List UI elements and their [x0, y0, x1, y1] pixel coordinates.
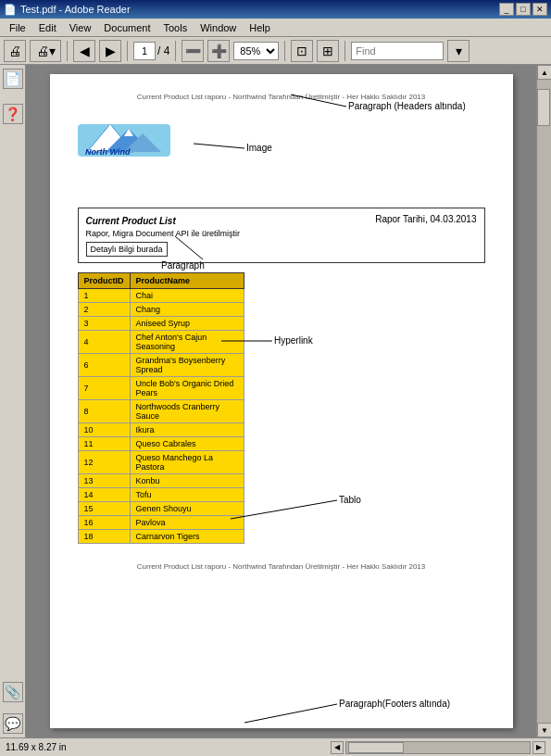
paragraph-space — [78, 170, 485, 208]
table-cell-id: 18 — [78, 530, 130, 544]
info-box: Current Product List Rapor Tarihi, 04.03… — [78, 208, 485, 263]
table-row: 14Tofu — [78, 488, 244, 502]
separator-3 — [175, 41, 176, 61]
menu-document[interactable]: Document — [98, 20, 156, 35]
menu-window[interactable]: Window — [194, 20, 242, 35]
hand-tool-button[interactable]: 📄 — [3, 69, 23, 89]
table-row: 13Konbu — [78, 474, 244, 488]
scroll-h-thumb[interactable] — [348, 742, 404, 753]
menu-tools[interactable]: Tools — [158, 20, 194, 35]
info-box-date: Rapor Tarihi, 04.03.2013 — [375, 214, 476, 224]
table-row: 11Queso Cabrales — [78, 437, 244, 451]
menu-help[interactable]: Help — [244, 20, 276, 35]
table-cell-name: Chai — [130, 289, 244, 303]
attach-button[interactable]: 📎 — [3, 682, 23, 702]
forward-button[interactable]: ▶ — [99, 40, 121, 62]
scroll-up-button[interactable]: ▲ — [537, 65, 551, 80]
table-row: 15Genen Shouyu — [78, 502, 244, 516]
minimize-button[interactable]: _ — [499, 3, 514, 16]
table-row: 6Grandma's Boysenberry Spread — [78, 354, 244, 377]
info-box-header: Current Product List Rapor Tarihi, 04.03… — [86, 214, 477, 227]
page-size: 11.69 x 8.27 in — [6, 742, 323, 752]
table-row: 18Carnarvon Tigers — [78, 530, 244, 544]
table-cell-id: 7 — [78, 377, 130, 400]
scroll-down-button[interactable]: ▼ — [537, 723, 551, 737]
right-scrollbar: ▲ ▼ — [536, 65, 551, 737]
northwind-logo: North Wind — [78, 110, 170, 157]
table-cell-id: 14 — [78, 488, 130, 502]
hyperlink-detail[interactable]: Detaylı Bilgi burada — [86, 242, 168, 257]
table-row: 7Uncle Bob's Organic Dried Pears — [78, 377, 244, 400]
fit-width-button[interactable]: ⊞ — [317, 40, 339, 62]
toolbar: 🖨 🖨▾ ◀ ▶ / 4 ➖ ➕ 85% ⊡ ⊞ ▾ — [0, 37, 551, 65]
title-bar-left: 📄 Test.pdf - Adobe Reader — [4, 4, 131, 16]
zoom-in-button[interactable]: ➕ — [207, 40, 230, 62]
table-row: 8Northwoods Cranberry Sauce — [78, 400, 244, 423]
table-cell-id: 2 — [78, 303, 130, 317]
table-header-productname: ProductName — [130, 273, 244, 289]
find-input[interactable] — [351, 42, 444, 60]
table-row: 3Aniseed Syrup — [78, 317, 244, 331]
table-cell-name: Konbu — [130, 474, 244, 488]
fit-page-button[interactable]: ⊡ — [291, 40, 313, 62]
table-cell-name: Chang — [130, 303, 244, 317]
table-cell-id: 13 — [78, 474, 130, 488]
maximize-button[interactable]: □ — [516, 3, 531, 16]
svg-line-8 — [231, 500, 337, 519]
table-row: 1Chai — [78, 289, 244, 303]
table-row: 10Ikura — [78, 423, 244, 437]
table-cell-id: 15 — [78, 502, 130, 516]
back-button[interactable]: ◀ — [73, 40, 95, 62]
pdf-footer-text: Current Product List raporu - Northwind … — [78, 562, 485, 571]
table-row: 2Chang — [78, 303, 244, 317]
menu-file[interactable]: File — [4, 20, 31, 35]
logo-area: North Wind — [78, 110, 485, 157]
svg-text:Hyperlink: Hyperlink — [274, 335, 314, 346]
page-separator: / 4 — [157, 44, 169, 57]
scroll-thumb[interactable] — [537, 89, 550, 126]
comment-button[interactable]: 💬 — [3, 713, 23, 734]
page-navigation: / 4 — [133, 42, 169, 60]
scroll-h-track[interactable] — [345, 741, 531, 754]
svg-text:Tablo: Tablo — [339, 495, 361, 505]
scroll-left-button[interactable]: ◀ — [331, 741, 344, 754]
open-button[interactable]: 🖨▾ — [30, 40, 61, 62]
window-title: Test.pdf - Adobe Reader — [20, 4, 131, 15]
pdf-header-text: Current Product List raporu - Northwind … — [78, 93, 485, 101]
table-cell-name: Queso Cabrales — [130, 437, 244, 451]
svg-text:Paragraph(Footers altında): Paragraph(Footers altında) — [339, 699, 450, 709]
table-cell-name: Grandma's Boysenberry Spread — [130, 354, 244, 377]
info-box-subtitle: Rapor, Migra Document API ile üretilmişt… — [86, 229, 477, 238]
table-cell-name: Tofu — [130, 488, 244, 502]
status-bar: 11.69 x 8.27 in ◀ ▶ — [0, 737, 551, 756]
scroll-track[interactable] — [537, 80, 551, 723]
menu-bar: File Edit View Document Tools Window Hel… — [0, 19, 551, 37]
table-header-productid: ProductID — [78, 273, 130, 289]
close-button[interactable]: ✕ — [532, 3, 547, 16]
zoom-out-button[interactable]: ➖ — [182, 40, 204, 62]
find-dropdown[interactable]: ▾ — [447, 40, 470, 62]
print-button[interactable]: 🖨 — [4, 40, 26, 62]
pdf-viewport[interactable]: Current Product List raporu - Northwind … — [26, 65, 536, 737]
main-area: 📄 ❓ 📎 💬 Current Product List raporu - No… — [0, 65, 551, 737]
page-input[interactable] — [133, 42, 156, 60]
horizontal-scroll: ◀ ▶ — [331, 741, 545, 754]
table-cell-name: Chef Anton's Cajun Seasoning — [130, 331, 244, 354]
table-cell-name: Carnarvon Tigers — [130, 530, 244, 544]
menu-view[interactable]: View — [64, 20, 97, 35]
help-button[interactable]: ❓ — [3, 104, 23, 124]
title-bar: 📄 Test.pdf - Adobe Reader _ □ ✕ — [0, 0, 551, 19]
scroll-right-button[interactable]: ▶ — [532, 741, 545, 754]
separator-2 — [127, 41, 128, 61]
menu-edit[interactable]: Edit — [33, 20, 62, 35]
table-cell-id: 16 — [78, 516, 130, 530]
info-box-title: Current Product List — [86, 216, 176, 226]
table-cell-id: 8 — [78, 400, 130, 423]
table-cell-name: Genen Shouyu — [130, 502, 244, 516]
zoom-select[interactable]: 85% — [233, 42, 279, 60]
window-controls: _ □ ✕ — [499, 3, 547, 16]
separator-1 — [67, 41, 68, 61]
table-cell-id: 3 — [78, 317, 130, 331]
table-cell-id: 12 — [78, 451, 130, 474]
table-cell-name: Northwoods Cranberry Sauce — [130, 400, 244, 423]
